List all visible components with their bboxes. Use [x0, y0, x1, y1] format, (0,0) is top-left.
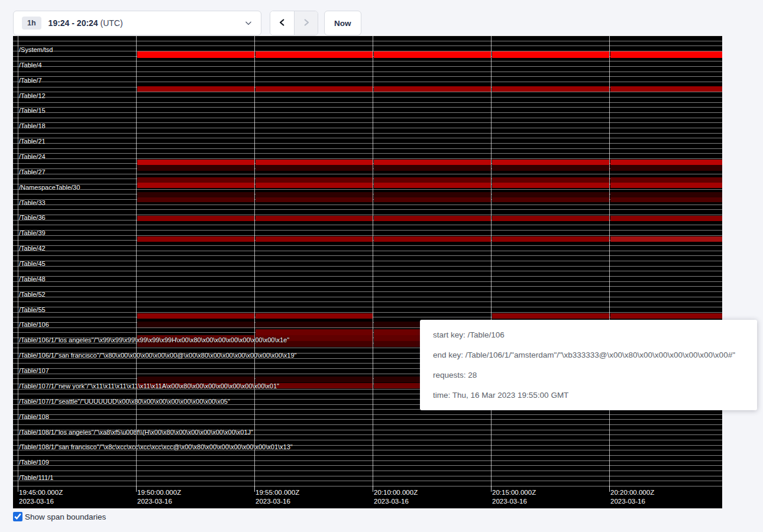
time-gridline: [491, 36, 492, 486]
heat-band-segment: [256, 216, 373, 221]
next-window-button[interactable]: [294, 11, 318, 35]
prev-window-button[interactable]: [270, 11, 294, 35]
heat-band-segment: [492, 192, 609, 197]
span-label: /Table/18: [19, 122, 46, 129]
heat-band-segment: [492, 236, 609, 242]
heat-band-segment: [492, 216, 609, 221]
heat-band-segment: [610, 165, 722, 171]
heat-band-segment: [256, 322, 373, 327]
heat-band-segment: [137, 192, 254, 197]
heat-band-segment: [256, 165, 373, 171]
span-label: /Table/36: [19, 214, 46, 221]
span-label: /Table/15: [19, 107, 46, 114]
span-label: /Table/106: [19, 321, 49, 328]
heat-band-segment: [137, 165, 254, 171]
heat-band-segment: [492, 165, 609, 171]
heat-band-segment: [256, 160, 373, 165]
span-label: /Table/55: [19, 306, 46, 313]
time-gridline: [373, 36, 373, 486]
time-tick: [491, 486, 492, 492]
span-label: /Table/106/1/"los angeles"/"\x99\x99\x99…: [19, 336, 289, 343]
time-tick: [373, 486, 373, 492]
heat-band-segment: [137, 313, 254, 319]
heat-band-segment: [137, 183, 254, 188]
range-value: 19:24 - 20:24: [49, 18, 98, 28]
time-gridline: [609, 36, 610, 486]
time-tick: [18, 486, 18, 492]
heat-band-segment: [256, 313, 373, 319]
time-axis-label: 20:10:00.000Z2023-03-16: [374, 488, 418, 506]
heat-band-segment: [256, 177, 373, 183]
heat-band-segment: [137, 197, 254, 202]
span-label: /System/tsd: [19, 46, 53, 53]
key-visualizer-wrap: /System/tsd/Table/4/Table/7/Table/12/Tab…: [13, 35, 722, 508]
time-window-toolbar: 1h 19:24 - 20:24 (UTC) Now: [13, 11, 361, 35]
heat-band-segment: [256, 197, 373, 202]
span-label: /Table/42: [19, 245, 46, 252]
heat-band-segment: [374, 192, 491, 197]
show-span-boundaries[interactable]: Show span boundaries: [13, 512, 106, 521]
heat-band-segment: [137, 216, 254, 221]
heat-band-segment: [610, 192, 722, 197]
heat-band-segment: [374, 177, 491, 183]
chevron-left-icon: [277, 17, 287, 30]
heat-band-segment: [610, 197, 722, 202]
span-label: /Table/21: [19, 138, 46, 145]
time-axis-label: 20:20:00.000Z2023-03-16: [610, 488, 654, 506]
heat-band-segment: [256, 329, 373, 335]
span-label: /Table/33: [19, 199, 46, 206]
time-tick: [136, 486, 137, 492]
tooltip-requests: requests: 28: [433, 371, 744, 379]
heatmap-plot[interactable]: /System/tsd/Table/4/Table/7/Table/12/Tab…: [13, 35, 722, 486]
tooltip-time: time: Thu, 16 Mar 2023 19:55:00 GMT: [433, 391, 744, 400]
span-label: /Table/108: [19, 413, 49, 420]
span-label: /Table/107/1/"new york"/"\x11\x11\x11\x1…: [19, 382, 279, 390]
heat-band-segment: [374, 86, 491, 92]
heat-band-segment: [137, 177, 254, 183]
time-gridline: [136, 36, 137, 486]
time-range-selector[interactable]: 1h 19:24 - 20:24 (UTC): [13, 11, 261, 35]
tooltip-end-key: end key: /Table/106/1/"amsterdam"/"\xb33…: [433, 351, 744, 359]
heat-band-segment: [256, 86, 373, 92]
span-label: /NamespaceTable/30: [19, 184, 80, 191]
heat-band-segment: [137, 236, 254, 242]
heat-band-segment: [492, 177, 609, 183]
heat-band-segment: [137, 377, 254, 382]
heat-band-segment: [374, 165, 491, 171]
span-label: /Table/24: [19, 153, 46, 160]
heat-band-segment: [610, 160, 722, 165]
heat-band-segment: [374, 51, 491, 58]
heat-band-segment: [492, 160, 609, 165]
range-text: 19:24 - 20:24 (UTC): [49, 18, 123, 28]
heat-band-segment: [610, 86, 722, 92]
time-tick: [609, 486, 610, 492]
span-label: /Table/7: [19, 77, 42, 84]
heat-band-segment: [374, 197, 491, 202]
key-visualizer-heatmap[interactable]: /System/tsd/Table/4/Table/7/Table/12/Tab…: [13, 35, 722, 508]
time-axis-label: 19:50:00.000Z2023-03-16: [137, 488, 181, 506]
heat-band-segment: [256, 183, 373, 188]
heat-band-segment: [492, 183, 609, 188]
heat-band-segment: [610, 177, 722, 183]
time-axis-label: 19:45:00.000Z2023-03-16: [19, 488, 63, 506]
heat-band-segment: [610, 51, 722, 58]
heat-band-segment: [137, 160, 254, 165]
span-label: /Table/108/1/"los angeles"/"\xa8\xf5\u00…: [19, 429, 253, 436]
heat-band-segment: [256, 192, 373, 197]
show-span-boundaries-label: Show span boundaries: [25, 512, 106, 521]
heat-band-segment: [374, 183, 491, 188]
span-label: /Table/106/1/"san francisco"/"\x80\x00\x…: [19, 352, 297, 359]
time-tick: [254, 486, 255, 492]
heat-band-segment: [256, 51, 373, 58]
range-duration-badge: 1h: [22, 17, 41, 30]
heat-band-segment: [256, 377, 373, 382]
span-label: /Table/27: [19, 168, 46, 176]
time-gridline: [254, 36, 255, 486]
chevron-down-icon: [244, 19, 253, 27]
show-span-boundaries-checkbox[interactable]: [13, 512, 22, 521]
heat-band-segment: [610, 313, 722, 319]
span-label: /Table/111/1: [19, 474, 53, 481]
range-timezone: (UTC): [101, 18, 123, 28]
now-button[interactable]: Now: [324, 11, 361, 35]
heat-band-segment: [492, 86, 609, 92]
